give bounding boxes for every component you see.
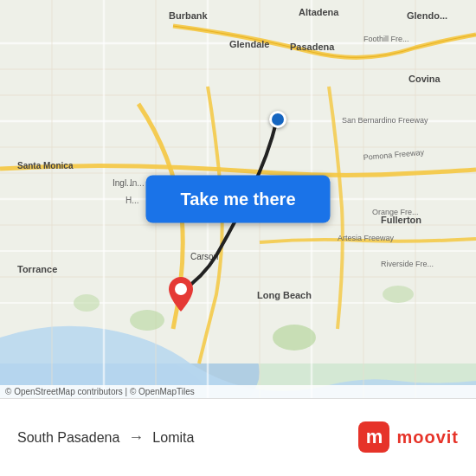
- svg-text:Fullerton: Fullerton: [381, 215, 421, 225]
- moovit-logo-icon: m: [358, 421, 389, 453]
- svg-text:Burbank: Burbank: [169, 10, 209, 21]
- svg-text:Pasadena: Pasadena: [290, 42, 335, 52]
- svg-text:Torrance: Torrance: [17, 264, 57, 274]
- svg-point-45: [130, 310, 164, 331]
- destination-pin: [169, 277, 193, 308]
- bottom-bar: South Pasadena → Lomita m moovit: [0, 398, 476, 476]
- route-arrow-icon: →: [128, 428, 144, 447]
- moovit-logo-text: moovit: [396, 428, 459, 447]
- map-container: Pomona Freeway Orange Fre... San Bernard…: [0, 0, 476, 398]
- svg-text:H...: H...: [125, 196, 139, 205]
- svg-point-46: [383, 286, 414, 303]
- route-from: South Pasadena: [17, 430, 119, 446]
- svg-text:Foothill Fre...: Foothill Fre...: [363, 35, 409, 43]
- origin-pin: [269, 111, 286, 128]
- svg-text:Santa Monica: Santa Monica: [17, 161, 74, 170]
- svg-text:Glendale: Glendale: [229, 39, 269, 49]
- svg-point-44: [273, 325, 316, 351]
- svg-point-47: [74, 294, 100, 312]
- svg-text:Ingl...: Ingl...: [113, 178, 133, 188]
- svg-text:Riverside Fre...: Riverside Fre...: [381, 260, 434, 268]
- svg-text:San Bernardino Freeway: San Bernardino Freeway: [342, 116, 428, 125]
- moovit-branding: m moovit: [358, 421, 459, 454]
- svg-text:Covina: Covina: [408, 74, 441, 84]
- svg-point-48: [175, 283, 187, 295]
- take-me-there-button[interactable]: Take me there: [145, 176, 330, 223]
- route-info: South Pasadena → Lomita: [17, 428, 358, 447]
- svg-text:Altadena: Altadena: [299, 7, 339, 17]
- svg-text:Long Beach: Long Beach: [257, 290, 312, 300]
- route-to: Lomita: [152, 430, 194, 446]
- map-attribution: © OpenStreetMap contributors | © OpenMap…: [0, 385, 476, 398]
- svg-text:Glendo...: Glendo...: [407, 10, 447, 21]
- svg-text:Artesia Freeway: Artesia Freeway: [338, 234, 395, 242]
